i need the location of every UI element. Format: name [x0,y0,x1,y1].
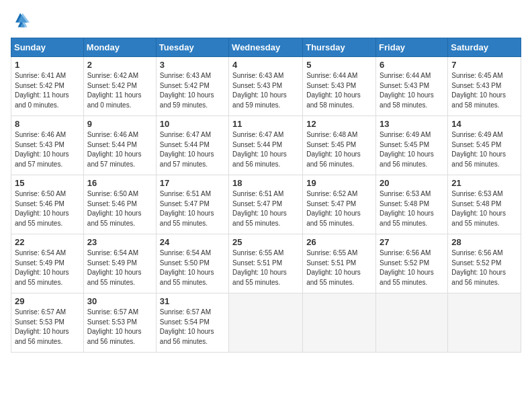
day-info: Sunrise: 6:50 AMSunset: 5:46 PMDaylight:… [15,189,80,228]
day-info: Sunrise: 6:57 AMSunset: 5:53 PMDaylight:… [15,308,80,347]
header-friday: Friday [376,38,448,57]
week-row-5: 29Sunrise: 6:57 AMSunset: 5:53 PMDayligh… [11,293,521,353]
calendar-cell [376,293,448,353]
day-number: 30 [87,296,152,306]
calendar-cell: 8Sunrise: 6:46 AMSunset: 5:43 PMDaylight… [11,116,84,175]
day-number: 16 [87,178,152,188]
calendar-cell: 31Sunrise: 6:57 AMSunset: 5:54 PMDayligh… [156,293,228,353]
calendar-cell: 13Sunrise: 6:49 AMSunset: 5:45 PMDayligh… [376,116,448,175]
day-info: Sunrise: 6:57 AMSunset: 5:54 PMDaylight:… [160,308,225,347]
day-number: 1 [15,60,80,70]
week-row-3: 15Sunrise: 6:50 AMSunset: 5:46 PMDayligh… [11,175,521,234]
day-number: 19 [306,178,372,188]
day-info: Sunrise: 6:54 AMSunset: 5:49 PMDaylight:… [87,248,152,287]
header-thursday: Thursday [303,38,376,57]
day-number: 23 [87,237,152,247]
logo [11,11,32,30]
calendar-cell: 4Sunrise: 6:43 AMSunset: 5:43 PMDaylight… [229,57,303,116]
week-row-2: 8Sunrise: 6:46 AMSunset: 5:43 PMDaylight… [11,116,521,175]
day-info: Sunrise: 6:44 AMSunset: 5:43 PMDaylight:… [306,71,372,110]
day-info: Sunrise: 6:48 AMSunset: 5:45 PMDaylight:… [306,130,372,169]
day-number: 29 [15,296,80,306]
day-number: 18 [232,178,299,188]
day-number: 9 [87,119,152,129]
day-number: 2 [87,60,152,70]
day-info: Sunrise: 6:53 AMSunset: 5:48 PMDaylight:… [451,189,517,228]
day-number: 15 [15,178,80,188]
day-info: Sunrise: 6:45 AMSunset: 5:43 PMDaylight:… [451,71,517,110]
calendar-cell: 11Sunrise: 6:47 AMSunset: 5:44 PMDayligh… [229,116,303,175]
calendar-cell: 10Sunrise: 6:47 AMSunset: 5:44 PMDayligh… [156,116,228,175]
day-number: 12 [306,119,372,129]
day-info: Sunrise: 6:41 AMSunset: 5:42 PMDaylight:… [15,71,80,110]
calendar-cell: 27Sunrise: 6:56 AMSunset: 5:52 PMDayligh… [376,234,448,293]
day-number: 26 [306,237,372,247]
day-number: 6 [380,60,444,70]
calendar-cell: 22Sunrise: 6:54 AMSunset: 5:49 PMDayligh… [11,234,84,293]
day-info: Sunrise: 6:52 AMSunset: 5:47 PMDaylight:… [306,189,372,228]
calendar-cell: 25Sunrise: 6:55 AMSunset: 5:51 PMDayligh… [229,234,303,293]
calendar-cell: 20Sunrise: 6:53 AMSunset: 5:48 PMDayligh… [376,175,448,234]
calendar-cell [448,293,521,353]
day-info: Sunrise: 6:47 AMSunset: 5:44 PMDaylight:… [232,130,299,169]
day-number: 20 [380,178,444,188]
calendar-cell: 23Sunrise: 6:54 AMSunset: 5:49 PMDayligh… [83,234,156,293]
day-info: Sunrise: 6:47 AMSunset: 5:44 PMDaylight:… [160,130,225,169]
calendar-cell: 18Sunrise: 6:51 AMSunset: 5:47 PMDayligh… [229,175,303,234]
calendar-cell: 14Sunrise: 6:49 AMSunset: 5:45 PMDayligh… [448,116,521,175]
day-number: 3 [160,60,225,70]
page-header [11,11,521,30]
day-info: Sunrise: 6:54 AMSunset: 5:49 PMDaylight:… [15,248,80,287]
calendar-cell: 16Sunrise: 6:50 AMSunset: 5:46 PMDayligh… [83,175,156,234]
logo-icon [11,11,30,30]
header-sunday: Sunday [11,38,84,57]
day-info: Sunrise: 6:51 AMSunset: 5:47 PMDaylight:… [232,189,299,228]
day-info: Sunrise: 6:56 AMSunset: 5:52 PMDaylight:… [380,248,444,287]
day-info: Sunrise: 6:43 AMSunset: 5:42 PMDaylight:… [160,71,225,110]
day-number: 4 [232,60,299,70]
day-number: 8 [15,119,80,129]
calendar-cell: 26Sunrise: 6:55 AMSunset: 5:51 PMDayligh… [303,234,376,293]
day-info: Sunrise: 6:49 AMSunset: 5:45 PMDaylight:… [380,130,444,169]
day-info: Sunrise: 6:46 AMSunset: 5:43 PMDaylight:… [15,130,80,169]
calendar-cell [303,293,376,353]
day-number: 22 [15,237,80,247]
day-number: 27 [380,237,444,247]
calendar-cell: 30Sunrise: 6:57 AMSunset: 5:53 PMDayligh… [83,293,156,353]
day-info: Sunrise: 6:57 AMSunset: 5:53 PMDaylight:… [87,308,152,347]
calendar-cell: 7Sunrise: 6:45 AMSunset: 5:43 PMDaylight… [448,57,521,116]
calendar-cell: 9Sunrise: 6:46 AMSunset: 5:44 PMDaylight… [83,116,156,175]
day-number: 28 [451,237,517,247]
week-row-4: 22Sunrise: 6:54 AMSunset: 5:49 PMDayligh… [11,234,521,293]
calendar-cell: 2Sunrise: 6:42 AMSunset: 5:42 PMDaylight… [83,57,156,116]
day-number: 13 [380,119,444,129]
day-number: 14 [451,119,517,129]
day-number: 24 [160,237,225,247]
calendar-cell: 1Sunrise: 6:41 AMSunset: 5:42 PMDaylight… [11,57,84,116]
day-info: Sunrise: 6:44 AMSunset: 5:43 PMDaylight:… [380,71,444,110]
header-tuesday: Tuesday [156,38,228,57]
day-info: Sunrise: 6:43 AMSunset: 5:43 PMDaylight:… [232,71,299,110]
day-info: Sunrise: 6:54 AMSunset: 5:50 PMDaylight:… [160,248,225,287]
calendar-cell: 19Sunrise: 6:52 AMSunset: 5:47 PMDayligh… [303,175,376,234]
day-number: 17 [160,178,225,188]
calendar-cell: 29Sunrise: 6:57 AMSunset: 5:53 PMDayligh… [11,293,84,353]
header-monday: Monday [83,38,156,57]
calendar-cell: 21Sunrise: 6:53 AMSunset: 5:48 PMDayligh… [448,175,521,234]
day-info: Sunrise: 6:50 AMSunset: 5:46 PMDaylight:… [87,189,152,228]
header-wednesday: Wednesday [229,38,303,57]
day-info: Sunrise: 6:55 AMSunset: 5:51 PMDaylight:… [232,248,299,287]
day-number: 25 [232,237,299,247]
calendar-cell [229,293,303,353]
day-number: 10 [160,119,225,129]
day-info: Sunrise: 6:42 AMSunset: 5:42 PMDaylight:… [87,71,152,110]
day-info: Sunrise: 6:56 AMSunset: 5:52 PMDaylight:… [451,248,517,287]
calendar-cell: 15Sunrise: 6:50 AMSunset: 5:46 PMDayligh… [11,175,84,234]
calendar-header-row: SundayMondayTuesdayWednesdayThursdayFrid… [11,38,521,57]
calendar-cell: 5Sunrise: 6:44 AMSunset: 5:43 PMDaylight… [303,57,376,116]
day-info: Sunrise: 6:49 AMSunset: 5:45 PMDaylight:… [451,130,517,169]
calendar-cell: 24Sunrise: 6:54 AMSunset: 5:50 PMDayligh… [156,234,228,293]
day-number: 5 [306,60,372,70]
week-row-1: 1Sunrise: 6:41 AMSunset: 5:42 PMDaylight… [11,57,521,116]
calendar: SundayMondayTuesdayWednesdayThursdayFrid… [11,38,521,353]
